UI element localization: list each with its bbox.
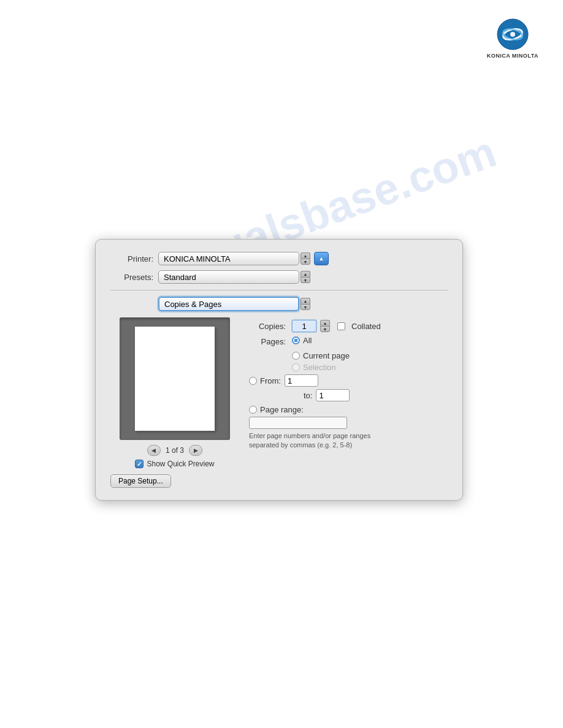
current-page-radio[interactable] bbox=[292, 352, 300, 360]
printer-row: Printer: KONICA MINOLTA ▲ ▼ bbox=[110, 252, 448, 265]
svg-point-4 bbox=[510, 32, 515, 37]
current-page-label: Current page bbox=[303, 351, 350, 360]
presets-label: Presets: bbox=[110, 273, 153, 282]
to-label: to: bbox=[304, 391, 312, 400]
from-label: From: bbox=[260, 376, 281, 385]
presets-select[interactable]: Standard bbox=[158, 270, 299, 284]
page-count: 1 of 3 bbox=[166, 446, 184, 455]
to-row: to: bbox=[249, 389, 448, 401]
copies-value-stepper[interactable]: ▲ ▼ bbox=[320, 320, 330, 332]
presets-stepper-up[interactable]: ▲ bbox=[301, 271, 310, 277]
printer-select-wrap: KONICA MINOLTA ▲ ▼ bbox=[158, 252, 448, 265]
copies-stepper-up[interactable]: ▲ bbox=[320, 320, 330, 326]
presets-row: Presets: Standard ▲ ▼ bbox=[110, 270, 448, 284]
next-page-button[interactable]: ▶ bbox=[189, 445, 202, 456]
copies-pages-row: Copies & Pages ▲ ▼ bbox=[110, 297, 448, 311]
divider-1 bbox=[110, 290, 448, 290]
quick-preview-label: Show Quick Preview bbox=[147, 460, 214, 468]
copies-stepper-down[interactable]: ▼ bbox=[320, 326, 330, 332]
paper-preview bbox=[120, 317, 230, 440]
print-dialog: Printer: KONICA MINOLTA ▲ ▼ Presets: Sta… bbox=[95, 239, 463, 501]
pdf-button[interactable] bbox=[314, 252, 329, 265]
presets-stepper-down[interactable]: ▼ bbox=[301, 277, 310, 283]
selection-label: Selection bbox=[303, 363, 335, 372]
from-radio[interactable] bbox=[249, 377, 257, 385]
printer-stepper[interactable]: ▲ ▼ bbox=[301, 252, 310, 265]
konica-minolta-logo-icon bbox=[497, 18, 529, 50]
printer-stepper-down[interactable]: ▼ bbox=[301, 259, 310, 265]
preview-panel: ◀ 1 of 3 ▶ Show Quick Preview Page Setup… bbox=[110, 317, 239, 488]
show-quick-preview-checkbox[interactable] bbox=[135, 460, 144, 468]
pages-label-row: Pages: All bbox=[249, 336, 448, 347]
copies-pages-select[interactable]: Copies & Pages bbox=[158, 297, 299, 311]
printer-stepper-up[interactable]: ▲ bbox=[301, 252, 310, 259]
collated-checkbox[interactable] bbox=[337, 322, 345, 330]
copies-pages-stepper-up[interactable]: ▲ bbox=[301, 298, 310, 304]
logo-text: KONICA MINOLTA bbox=[487, 53, 538, 59]
from-input[interactable] bbox=[285, 374, 318, 387]
copies-pages-select-wrap: Copies & Pages ▲ ▼ bbox=[158, 297, 310, 311]
all-radio[interactable] bbox=[292, 336, 300, 344]
copies-input[interactable] bbox=[292, 320, 316, 332]
from-row: From: bbox=[249, 374, 448, 387]
options-panel: Copies: ▲ ▼ Collated Pages: bbox=[249, 317, 448, 488]
page-range-radio[interactable] bbox=[249, 406, 257, 414]
quick-preview-row: Show Quick Preview bbox=[135, 460, 214, 468]
preview-nav: ◀ 1 of 3 ▶ bbox=[147, 445, 202, 456]
page-range-input[interactable] bbox=[249, 417, 347, 429]
paper-inner bbox=[135, 327, 215, 431]
content-area: ◀ 1 of 3 ▶ Show Quick Preview Page Setup… bbox=[110, 317, 448, 488]
current-page-row: Current page bbox=[292, 351, 448, 360]
hint-text: Enter page numbers and/or page ranges se… bbox=[249, 431, 372, 450]
all-radio-label: All bbox=[303, 336, 312, 345]
copies-input-wrap: ▲ ▼ Collated bbox=[292, 320, 381, 332]
presets-select-wrap: Standard ▲ ▼ bbox=[158, 270, 448, 284]
logo-area: KONICA MINOLTA bbox=[487, 18, 538, 59]
printer-label: Printer: bbox=[110, 254, 153, 264]
selection-row: Selection bbox=[292, 363, 448, 372]
presets-stepper[interactable]: ▲ ▼ bbox=[301, 271, 310, 283]
selection-radio[interactable] bbox=[292, 363, 300, 371]
to-input[interactable] bbox=[316, 389, 350, 401]
prev-page-button[interactable]: ◀ bbox=[147, 445, 161, 456]
pages-label: Pages: bbox=[249, 337, 286, 346]
copies-label: Copies: bbox=[249, 322, 286, 331]
copies-pages-stepper[interactable]: ▲ ▼ bbox=[301, 298, 310, 310]
all-radio-row: All bbox=[292, 336, 312, 345]
collated-label: Collated bbox=[351, 322, 381, 331]
copies-option-row: Copies: ▲ ▼ Collated bbox=[249, 320, 448, 332]
page-setup-button[interactable]: Page Setup... bbox=[110, 474, 171, 488]
printer-select[interactable]: KONICA MINOLTA bbox=[158, 252, 299, 265]
page-range-label: Page range: bbox=[260, 405, 304, 414]
pages-section: Pages: All Current page Selection bbox=[249, 336, 448, 450]
page-range-row: Page range: bbox=[249, 405, 448, 414]
copies-pages-stepper-down[interactable]: ▼ bbox=[301, 304, 310, 310]
